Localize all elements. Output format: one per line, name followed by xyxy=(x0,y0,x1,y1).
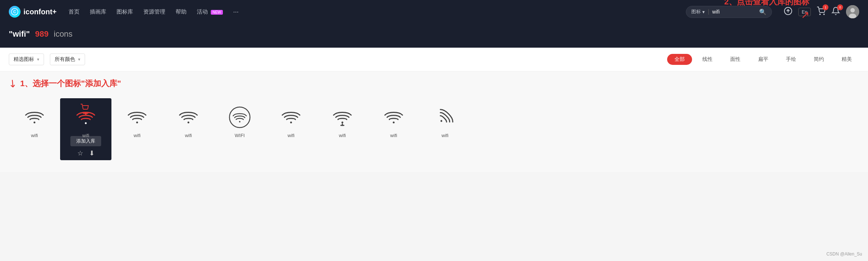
chevron-down-icon: ▾ xyxy=(37,57,39,62)
svg-point-17 xyxy=(239,121,240,122)
search-box: 图标 ▾ | 🔍 xyxy=(686,6,772,18)
nav-help[interactable]: 帮助 xyxy=(176,8,187,15)
tab-refined[interactable]: 精美 xyxy=(834,54,859,65)
result-count: 989 xyxy=(35,29,49,38)
icon-label-7: wifi xyxy=(390,133,397,138)
filter-bar: 精选图标 ▾ 所有颜色 ▾ 全部 线性 面性 扁平 手绘 简约 精美 xyxy=(0,48,868,71)
svg-point-14 xyxy=(136,122,138,124)
icon-label-2: wifi xyxy=(134,133,141,138)
step1-annotation-text: 1、选择一个图标"添加入库" xyxy=(20,78,121,89)
icon-item-0[interactable]: wifi xyxy=(9,98,60,144)
nav-resource[interactable]: 资源管理 xyxy=(143,8,165,15)
search-keyword: "wifi" xyxy=(9,29,30,38)
icon-action-row: ☆ ⬇ xyxy=(77,149,95,157)
icons-grid: wifi wifi 添加入库 ☆ ⬇ xyxy=(0,92,868,172)
cart-badge: 1 xyxy=(823,4,828,10)
step1-arrow-icon: ↙ xyxy=(6,76,20,91)
tab-handdrawn[interactable]: 手绘 xyxy=(779,54,803,65)
icon-label-6: wifi xyxy=(339,133,346,138)
tab-all[interactable]: 全部 xyxy=(667,54,692,65)
nav-home[interactable]: 首页 xyxy=(69,8,80,15)
wifi-icon-7 xyxy=(382,106,405,129)
nav-activity[interactable]: 活动 NEW xyxy=(197,8,223,15)
wifi-icon-0 xyxy=(23,106,46,129)
wifi-icon-2 xyxy=(125,106,149,129)
icon-item-6[interactable]: wifi xyxy=(317,98,368,144)
cart-button[interactable]: 1 xyxy=(817,7,825,17)
navbar: C iconfont+ 首页 插画库 图标库 资源管理 帮助 活动 NEW ··… xyxy=(0,0,868,23)
icon-item-5[interactable]: wifi xyxy=(265,98,317,144)
nav-links: 首页 插画库 图标库 资源管理 帮助 活动 NEW ··· xyxy=(69,8,674,16)
chevron-down-icon: ▾ xyxy=(702,9,705,15)
svg-point-18 xyxy=(290,122,292,124)
wifi-icon-6 xyxy=(331,106,354,129)
tab-flat[interactable]: 扁平 xyxy=(751,54,776,65)
icon-overlay: 添加入库 ☆ ⬇ xyxy=(60,136,111,160)
star-icon[interactable]: ☆ xyxy=(77,149,83,157)
icon-label-3: wifi xyxy=(185,133,192,138)
result-unit: icons xyxy=(54,29,73,38)
icon-item-3[interactable]: wifi xyxy=(163,98,214,144)
nav-icon-lib[interactable]: 图标库 xyxy=(117,8,133,15)
step1-annotation-section: ↙ 1、选择一个图标"添加入库" xyxy=(0,71,868,92)
bell-badge: 0 xyxy=(837,4,843,10)
tab-minimal[interactable]: 简约 xyxy=(806,54,831,65)
nav-actions: En 1 0 xyxy=(784,5,859,18)
search-button[interactable]: 🔍 xyxy=(759,8,766,15)
logo-icon: C xyxy=(9,6,21,18)
icon-item-1[interactable]: wifi 添加入库 ☆ ⬇ xyxy=(60,98,111,160)
svg-point-5 xyxy=(824,14,824,15)
step1-annotation-container: ↙ 1、选择一个图标"添加入库" xyxy=(9,71,859,91)
icon-item-7[interactable]: wifi xyxy=(368,98,419,144)
tab-linear[interactable]: 线性 xyxy=(695,54,720,65)
download-icon[interactable]: ⬇ xyxy=(89,149,95,157)
result-title: "wifi" 989 icons xyxy=(9,29,859,39)
language-button[interactable]: En xyxy=(798,8,811,16)
activity-badge: NEW xyxy=(211,10,223,15)
icon-item-4[interactable]: WIFI xyxy=(214,98,265,144)
wifi-icon-3 xyxy=(177,106,200,129)
svg-point-16 xyxy=(229,107,250,128)
chevron-down-icon: ▾ xyxy=(78,57,80,62)
logo[interactable]: C iconfont+ xyxy=(9,6,57,18)
svg-point-13 xyxy=(87,112,88,114)
icon-item-8[interactable]: wifi xyxy=(419,98,471,144)
icon-type-select[interactable]: 精选图标 ▾ xyxy=(9,54,44,65)
wifi-icon-5 xyxy=(279,106,303,129)
icon-label-8: wifi xyxy=(442,133,449,138)
svg-point-9 xyxy=(34,122,36,124)
wifi-icon-8 xyxy=(433,106,457,129)
bell-button[interactable]: 0 xyxy=(831,7,840,17)
search-type-selector[interactable]: 图标 ▾ xyxy=(691,8,705,15)
user-avatar[interactable] xyxy=(846,5,859,18)
add-to-library-button[interactable]: 添加入库 xyxy=(70,136,101,146)
svg-text:C: C xyxy=(13,10,16,14)
logo-text: iconfont+ xyxy=(23,8,57,16)
svg-point-12 xyxy=(83,112,85,114)
search-divider: | xyxy=(708,8,709,15)
nav-illustration[interactable]: 插画库 xyxy=(90,8,106,15)
color-select[interactable]: 所有颜色 ▾ xyxy=(50,54,85,65)
svg-point-15 xyxy=(188,122,190,124)
svg-point-7 xyxy=(850,8,855,12)
upload-button[interactable] xyxy=(784,7,792,17)
nav-more[interactable]: ··· xyxy=(233,8,239,16)
svg-point-23 xyxy=(440,120,443,122)
icon-label-5: wifi xyxy=(288,133,295,138)
result-header: "wifi" 989 icons xyxy=(0,23,868,48)
svg-point-11 xyxy=(85,122,87,124)
cart-icon-overlay xyxy=(79,103,92,117)
svg-point-4 xyxy=(820,14,820,15)
svg-point-22 xyxy=(393,122,395,124)
icon-label-4: WIFI xyxy=(235,133,244,138)
filter-tabs: 全部 线性 面性 扁平 手绘 简约 精美 xyxy=(667,54,859,65)
icon-label-0: wifi xyxy=(31,133,38,138)
wifi-icon-4 xyxy=(228,106,251,129)
tab-filled[interactable]: 面性 xyxy=(723,54,748,65)
search-input[interactable] xyxy=(712,9,756,15)
svg-point-19 xyxy=(342,122,343,124)
icon-item-2[interactable]: wifi xyxy=(111,98,163,144)
